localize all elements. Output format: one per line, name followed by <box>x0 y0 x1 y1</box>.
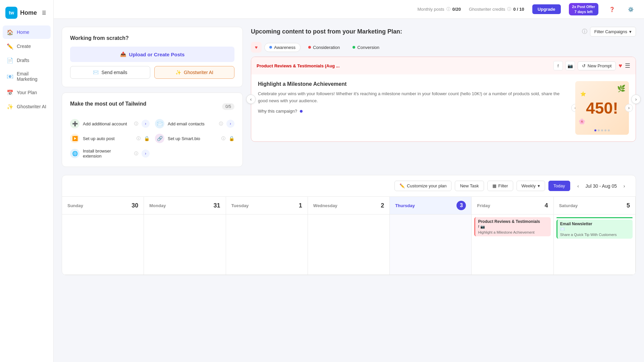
upcoming-info-icon[interactable]: ⓘ <box>582 28 587 35</box>
upgrade-button[interactable]: Upgrade <box>532 4 561 14</box>
cal-event-saturday[interactable]: Email Newsletter ✉️ Share a Quick Tip Wi… <box>556 220 633 239</box>
cal-event-sat-icons: ✉️ <box>560 227 630 231</box>
settings-icon[interactable]: ⚙️ <box>625 4 636 15</box>
weekly-dropdown-button[interactable]: Weekly ▾ <box>517 181 545 191</box>
cal-event-friday-desc: Highlight a Milestone Achievement <box>478 230 548 234</box>
cal-header-saturday: Saturday 5 <box>554 197 636 215</box>
cal-event-icons: f 📷 <box>478 225 548 229</box>
sidebar-nav: 🏠 Home ✏️ Create 📄 Drafts 📧 Email Market… <box>0 25 53 113</box>
sidebar-item-create[interactable]: ✏️ Create <box>3 40 51 53</box>
new-task-button[interactable]: New Task <box>455 181 484 191</box>
chevron-down-icon: ▾ <box>629 29 632 34</box>
filter-campaigns-button[interactable]: Filter Campaigns ▾ <box>590 27 636 37</box>
calendar-grid: Sunday 30 Monday 31 Tuesday 1 Wednesday … <box>62 197 636 275</box>
add-account-icon: ➕ <box>70 119 79 128</box>
content-description: Celebrate your wins with your followers!… <box>258 90 569 105</box>
content-card-tag: Product Reviews & Testimonials (Aug ... <box>257 63 340 68</box>
sidebar: tw Home ☰ 🏠 Home ✏️ Create 📄 Drafts 📧 Em… <box>0 0 54 362</box>
image-next-button[interactable]: › <box>625 104 633 112</box>
cal-header-monday: Monday 31 <box>144 197 226 215</box>
sidebar-item-drafts-label: Drafts <box>17 58 29 63</box>
sidebar-item-ghostwriter-label: Ghostwriter AI <box>17 104 46 109</box>
monthly-posts-value: 0/20 <box>452 7 461 12</box>
logo-area: tw Home ☰ <box>0 3 53 23</box>
sidebar-item-drafts[interactable]: 📄 Drafts <box>3 54 51 67</box>
cal-event-friday[interactable]: Product Reviews & Testimonials f 📷 Highl… <box>474 217 550 236</box>
task-auto-post-info[interactable]: ⓘ <box>137 136 141 141</box>
tab-heart-button[interactable]: ♥ <box>251 42 262 53</box>
upload-create-posts-button[interactable]: 📤 Upload or Create Posts <box>70 47 234 62</box>
cal-cell-tuesday <box>226 215 308 275</box>
refresh-icon: ↺ <box>582 63 586 68</box>
header: Monthly posts ⓘ 0/20 Ghostwriter credits… <box>54 0 644 19</box>
cal-cell-monday <box>144 215 226 275</box>
action-row: ✉️ Send emails ✨ Ghostwriter AI <box>70 66 234 79</box>
sidebar-item-plan-label: Your Plan <box>17 90 37 95</box>
send-emails-button[interactable]: ✉️ Send emails <box>70 66 150 79</box>
task-add-account-info[interactable]: ⓘ <box>134 121 138 127</box>
task-add-account-arrow[interactable]: › <box>142 120 150 128</box>
sidebar-item-email-marketing[interactable]: 📧 Email Marketing <box>3 68 51 85</box>
task-add-contacts-arrow[interactable]: › <box>226 120 234 128</box>
favorite-button[interactable]: ♥ <box>619 62 622 69</box>
prev-content-button[interactable]: ‹ <box>246 95 256 104</box>
upcoming-header: Upcoming content to post from your Marke… <box>251 27 636 37</box>
content-card-actions: f 📷 ↺ New Prompt ♥ ☰ <box>553 61 630 70</box>
task-browser-ext-arrow[interactable]: › <box>142 149 150 158</box>
cal-event-saturday-title: Email Newsletter <box>560 222 630 226</box>
cal-cell-friday: Product Reviews & Testimonials f 📷 Highl… <box>472 215 553 275</box>
cal-cell-wednesday <box>308 215 390 275</box>
right-panel: Upcoming content to post from your Marke… <box>251 27 636 167</box>
cal-event-saturday-desc: Share a Quick Tip With Customers <box>560 233 630 237</box>
task-add-contacts-info[interactable]: ⓘ <box>219 121 223 127</box>
tab-conversion[interactable]: Conversion <box>347 43 384 52</box>
task-browser-ext-info[interactable]: ⓘ <box>134 151 138 157</box>
cal-cell-saturday: Email Newsletter ✉️ Share a Quick Tip Wi… <box>554 215 636 275</box>
sidebar-toggle[interactable]: ☰ <box>40 9 48 17</box>
content-image: 🌿 🌸 ⭐ 450! <box>575 81 629 135</box>
next-content-button[interactable]: › <box>631 95 641 104</box>
sidebar-item-your-plan[interactable]: 📅 Your Plan <box>3 86 51 99</box>
next-week-button[interactable]: › <box>620 181 629 191</box>
offer-badge[interactable]: 2x Post Offer 7 days left <box>569 3 598 15</box>
content-card: Product Reviews & Testimonials (Aug ... … <box>251 57 636 142</box>
filter-button[interactable]: ▦ Filter <box>487 181 513 191</box>
ghostwriter-ai-icon: ✨ <box>175 70 181 75</box>
image-dots <box>594 129 610 131</box>
ghostwriter-credits-value: 0 / 10 <box>513 7 524 12</box>
browser-ext-icon: 🌐 <box>70 149 79 158</box>
customize-plan-button[interactable]: ✏️ Customize your plan <box>394 181 452 191</box>
sidebar-item-home[interactable]: 🏠 Home <box>3 25 51 39</box>
content-card-body: Highlight a Milestone Achievement Celebr… <box>251 74 636 141</box>
cal-header-thursday: Thursday 3 <box>390 197 472 215</box>
task-smart-bio-info[interactable]: ⓘ <box>221 136 225 141</box>
content-card-header: Product Reviews & Testimonials (Aug ... … <box>251 57 636 74</box>
today-button[interactable]: Today <box>548 181 570 191</box>
ghostwriter-ai-button[interactable]: ✨ Ghostwriter AI <box>154 66 234 79</box>
top-row: Working from scratch? 📤 Upload or Create… <box>62 27 636 167</box>
more-options-button[interactable]: ☰ <box>625 62 630 69</box>
auto-post-lock-icon: 🔒 <box>144 136 150 141</box>
new-prompt-button[interactable]: ↺ New Prompt <box>578 61 616 70</box>
prev-week-button[interactable]: ‹ <box>574 181 583 191</box>
content-image-area: ‹ 🌿 🌸 ⭐ 450! <box>575 81 629 135</box>
task-smart-bio: 🔗 Set up Smart.bio ⓘ 🔒 <box>155 134 234 143</box>
auto-post-icon: ▶️ <box>70 134 79 143</box>
instagram-cal-icon: 📷 <box>480 225 485 229</box>
cal-event-friday-title: Product Reviews & Testimonials <box>478 219 548 224</box>
why-campaign-button[interactable]: Why this campaign? <box>258 109 569 114</box>
main-area: Monthly posts ⓘ 0/20 Ghostwriter credits… <box>54 0 644 362</box>
saturday-event-bar <box>556 217 633 218</box>
facebook-icon-btn[interactable]: f <box>553 61 563 70</box>
cal-header-friday: Friday 4 <box>472 197 553 215</box>
sidebar-item-ghostwriter[interactable]: ✨ Ghostwriter AI <box>3 100 51 113</box>
instagram-icon-btn[interactable]: 📷 <box>566 61 575 70</box>
help-icon[interactable]: ❓ <box>606 4 617 15</box>
make-most-title: Make the most out of Tailwind <box>70 101 146 107</box>
week-navigation: ‹ Jul 30 - Aug 05 › <box>574 181 629 191</box>
tab-consideration[interactable]: Consideration <box>303 43 345 52</box>
tab-awareness[interactable]: Awareness <box>264 43 301 52</box>
task-browser-ext: 🌐 Install browser extension ⓘ › <box>70 148 150 159</box>
task-add-contacts: ✉️ Add email contacts ⓘ › <box>155 119 234 128</box>
page-title: Home <box>20 9 37 16</box>
